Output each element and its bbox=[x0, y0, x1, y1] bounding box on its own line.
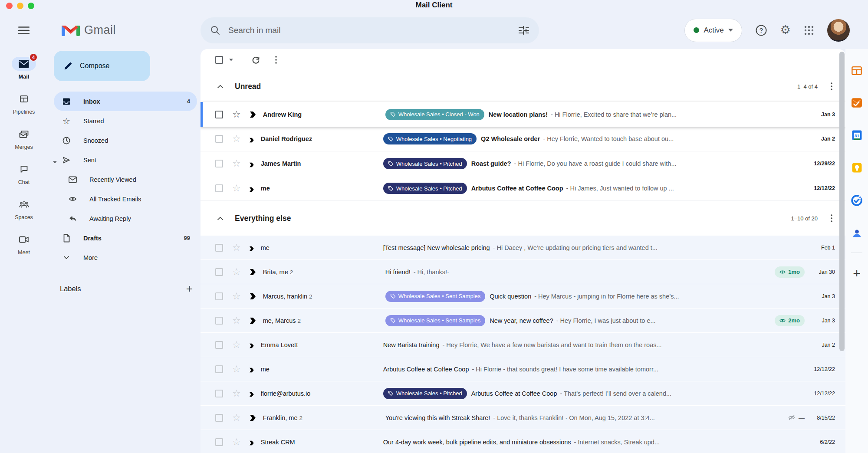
streak-pipelines-icon[interactable] bbox=[851, 66, 862, 76]
streak-email-tracking-icon[interactable] bbox=[851, 98, 862, 108]
pipeline-stage-badge[interactable]: Wholesale Sales • Negotiating bbox=[383, 133, 477, 144]
streak-pipeline-flag-icon[interactable] bbox=[248, 185, 255, 192]
star-icon[interactable]: ☆ bbox=[232, 364, 241, 374]
email-row[interactable]: ☆ Streak CRM Our 4-day work week, bulk p… bbox=[201, 430, 845, 453]
email-row[interactable]: ☆ me, Marcus2 Wholesale Sales • Sent Sam… bbox=[201, 309, 845, 333]
google-calendar-icon[interactable]: 31 bbox=[852, 130, 862, 141]
pipeline-stage-badge[interactable]: Wholesale Sales • Sent Samples bbox=[385, 291, 486, 302]
star-icon[interactable]: ☆ bbox=[232, 389, 241, 398]
streak-pipeline-flag-icon[interactable] bbox=[248, 439, 255, 445]
google-tasks-icon[interactable] bbox=[851, 195, 862, 206]
streak-pipeline-flag-icon[interactable] bbox=[248, 110, 257, 119]
row-checkbox[interactable] bbox=[215, 292, 223, 300]
search-filters-icon[interactable] bbox=[518, 25, 529, 36]
pipeline-stage-badge[interactable]: Wholesale Sales • Sent Samples bbox=[385, 315, 486, 326]
google-apps-grid-icon[interactable] bbox=[804, 25, 814, 36]
pipeline-stage-badge[interactable]: Wholesale Sales • Closed - Won bbox=[385, 109, 484, 120]
sidebar-item-starred[interactable]: ☆ Starred bbox=[54, 111, 197, 131]
list-scrollbar[interactable] bbox=[839, 52, 845, 351]
pipeline-stage-badge[interactable]: Wholesale Sales • Pitched bbox=[383, 388, 467, 399]
sidebar-item-more[interactable]: More bbox=[54, 248, 197, 267]
row-checkbox[interactable] bbox=[215, 244, 223, 252]
row-checkbox[interactable] bbox=[215, 317, 223, 325]
google-contacts-icon[interactable] bbox=[852, 228, 862, 239]
sidebar-item-sent[interactable]: Sent bbox=[54, 150, 197, 170]
create-label-plus-icon[interactable]: + bbox=[186, 283, 193, 294]
nav-rail-item-mail[interactable]: 4 Mail bbox=[0, 57, 48, 80]
nav-rail-item-chat[interactable]: Chat bbox=[0, 162, 48, 185]
row-checkbox[interactable] bbox=[215, 341, 223, 349]
star-icon[interactable]: ☆ bbox=[232, 340, 241, 350]
sidebar-item-snoozed[interactable]: Snoozed bbox=[54, 131, 197, 150]
email-seen-tracking-badge[interactable]: 1mo bbox=[775, 266, 805, 278]
nav-rail-item-spaces[interactable]: Spaces bbox=[0, 197, 48, 220]
streak-pipeline-flag-icon[interactable] bbox=[248, 316, 257, 325]
nav-rail-item-merges[interactable]: Merges bbox=[0, 127, 48, 150]
compose-button[interactable]: Compose bbox=[54, 51, 150, 81]
search-icon[interactable] bbox=[210, 25, 220, 36]
streak-pipeline-flag-icon[interactable] bbox=[248, 390, 255, 397]
search-input[interactable] bbox=[228, 26, 510, 35]
sidebar-item-awaiting-reply[interactable]: Awaiting Reply bbox=[54, 209, 197, 228]
streak-pipeline-flag-icon[interactable] bbox=[248, 414, 257, 422]
user-avatar[interactable] bbox=[827, 19, 850, 42]
refresh-icon[interactable] bbox=[251, 56, 260, 65]
email-row[interactable]: ☆ Andrew King Wholesale Sales • Closed -… bbox=[201, 102, 845, 127]
email-row[interactable]: ☆ Marcus, franklin2 Wholesale Sales • Se… bbox=[201, 284, 845, 309]
streak-pipeline-flag-icon[interactable] bbox=[248, 244, 255, 251]
star-icon[interactable]: ☆ bbox=[232, 437, 241, 447]
email-tracking-muted-indicator[interactable]: — bbox=[788, 414, 805, 421]
row-checkbox[interactable] bbox=[215, 414, 223, 422]
star-icon[interactable]: ☆ bbox=[232, 316, 241, 325]
sidebar-item-inbox[interactable]: Inbox 4 bbox=[54, 92, 197, 111]
star-icon[interactable]: ☆ bbox=[232, 184, 241, 193]
star-icon[interactable]: ☆ bbox=[232, 243, 241, 253]
row-checkbox[interactable] bbox=[215, 365, 223, 373]
streak-pipeline-flag-icon[interactable] bbox=[248, 136, 255, 142]
streak-pipeline-flag-icon[interactable] bbox=[248, 268, 257, 276]
gmail-logo[interactable]: Gmail bbox=[48, 23, 201, 37]
streak-pipeline-flag-icon[interactable] bbox=[248, 161, 255, 167]
star-icon[interactable]: ☆ bbox=[232, 159, 241, 168]
google-keep-icon[interactable] bbox=[852, 162, 862, 173]
pipeline-stage-badge[interactable]: Wholesale Sales • Pitched bbox=[383, 183, 467, 194]
sidebar-item-recently-viewed[interactable]: Recently Viewed bbox=[54, 170, 197, 189]
section-kebab-icon[interactable] bbox=[831, 82, 832, 90]
row-checkbox[interactable] bbox=[215, 438, 223, 446]
star-icon[interactable]: ☆ bbox=[232, 413, 241, 423]
nav-rail-item-pipelines[interactable]: Pipelines bbox=[0, 92, 48, 115]
pipeline-stage-badge[interactable]: Wholesale Sales • Pitched bbox=[383, 158, 467, 169]
row-checkbox[interactable] bbox=[215, 160, 223, 167]
star-icon[interactable]: ☆ bbox=[232, 267, 241, 277]
email-row[interactable]: ☆ me [Test message] New wholesale pricin… bbox=[201, 236, 845, 260]
email-row[interactable]: ☆ florrie@arbutus.io Wholesale Sales • P… bbox=[201, 381, 845, 406]
get-add-ons-icon[interactable]: + bbox=[853, 267, 861, 280]
email-row[interactable]: ☆ me Wholesale Sales • Pitched Arbutus C… bbox=[201, 176, 845, 201]
streak-status-dropdown[interactable]: Active bbox=[684, 19, 742, 42]
sidebar-item-all-tracked-emails[interactable]: All Tracked Emails bbox=[54, 189, 197, 209]
collapse-caret-icon[interactable] bbox=[53, 158, 57, 165]
email-row[interactable]: ☆ Emma Lovett New Barista training - Hey… bbox=[201, 333, 845, 357]
streak-pipeline-flag-icon[interactable] bbox=[248, 292, 257, 301]
row-checkbox[interactable] bbox=[215, 111, 223, 118]
more-options-kebab-icon[interactable] bbox=[275, 56, 277, 64]
nav-rail-item-meet[interactable]: Meet bbox=[0, 233, 48, 256]
search-bar[interactable] bbox=[201, 17, 539, 43]
email-row[interactable]: ☆ Brita, me2 Hi friend! - Hi, thanks!· 1… bbox=[201, 260, 845, 284]
collapse-section-icon[interactable] bbox=[217, 217, 224, 220]
email-row[interactable]: ☆ me Arbutus Coffee at Coffee Coop - Hi … bbox=[201, 357, 845, 381]
collapse-section-icon[interactable] bbox=[217, 85, 224, 89]
select-dropdown-caret-icon[interactable] bbox=[229, 59, 233, 61]
star-icon[interactable]: ☆ bbox=[232, 110, 241, 119]
row-checkbox[interactable] bbox=[215, 268, 223, 276]
row-checkbox[interactable] bbox=[215, 184, 223, 192]
email-row[interactable]: ☆ James Martin Wholesale Sales • Pitched… bbox=[201, 151, 845, 176]
email-row[interactable]: ☆ Franklin, me2 You're viewing this with… bbox=[201, 406, 845, 430]
email-row[interactable]: ☆ Daniel Rodriguez Wholesale Sales • Neg… bbox=[201, 127, 845, 151]
main-menu-icon[interactable] bbox=[0, 26, 48, 35]
section-kebab-icon[interactable] bbox=[831, 214, 832, 222]
select-all-checkbox[interactable] bbox=[215, 56, 223, 64]
help-icon[interactable]: ? bbox=[755, 24, 767, 36]
row-checkbox[interactable] bbox=[215, 135, 223, 143]
settings-gear-icon[interactable]: ⚙ bbox=[780, 24, 791, 36]
